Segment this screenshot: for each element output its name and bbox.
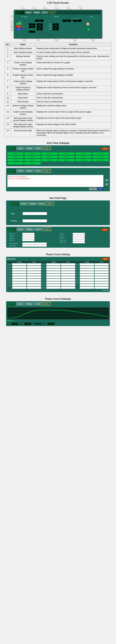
curve-left-voltage[interactable] (12, 286, 27, 289)
curve-right-voltage[interactable] (80, 286, 94, 289)
curve-left-voltage[interactable] (12, 279, 27, 281)
grid-ov-field[interactable] (22, 237, 35, 239)
curve-left-voltage[interactable] (12, 271, 27, 274)
curve-mid-voltage[interactable] (46, 281, 61, 284)
curve-right-power[interactable] (94, 268, 109, 271)
curve-right-voltage[interactable] (80, 276, 94, 279)
curve-mid-power[interactable] (61, 271, 75, 274)
settings-nav-setting[interactable]: Setting (25, 228, 34, 231)
curve-right-voltage[interactable] (80, 279, 94, 281)
curve-right-power[interactable] (94, 279, 109, 281)
settings-nav-alarm[interactable]: Alarm (43, 228, 51, 231)
curve-left-power[interactable] (27, 263, 41, 266)
factory-input[interactable] (23, 219, 47, 222)
curve-mid-power[interactable] (61, 276, 75, 279)
ip-field[interactable] (22, 244, 47, 247)
input-uv-field[interactable] (22, 235, 35, 237)
curve-left-power[interactable] (27, 268, 41, 271)
curve-left-power[interactable] (27, 281, 41, 284)
curve-right-power[interactable] (94, 281, 109, 284)
curve-mid-power[interactable] (61, 279, 75, 281)
alert-btn-15[interactable]: Alarm 3 (58, 159, 75, 161)
curve-right-power[interactable] (94, 271, 109, 274)
alarm-nav-setting[interactable]: Setting (25, 169, 33, 172)
nav-alarm-btn[interactable]: Alarm (43, 146, 51, 150)
waveform-nav-home[interactable]: Home (16, 302, 24, 306)
alert-btn-5[interactable]: Short Circuit (92, 152, 109, 155)
curve-left-power[interactable] (27, 284, 41, 286)
curve-right-voltage[interactable] (80, 274, 94, 276)
curve-mid-voltage[interactable] (46, 266, 61, 268)
curve-left-power[interactable] (27, 271, 41, 274)
curve-right-voltage[interactable] (80, 271, 94, 274)
curve-left-voltage[interactable] (12, 281, 27, 284)
start-time-field[interactable] (73, 241, 85, 244)
curve-right-voltage[interactable] (80, 266, 94, 268)
nav-curve-btn[interactable]: Curve (34, 146, 42, 150)
alert-btn-11[interactable]: Reactor OT (92, 156, 109, 158)
waveform-nav-curve[interactable]: Curve (34, 302, 42, 306)
alert-btn-18[interactable]: List 1 (7, 162, 24, 164)
waveform-nav-alarm[interactable]: Alarm (42, 302, 50, 306)
curve-mid-power[interactable] (61, 286, 75, 289)
grid-on-field[interactable] (73, 237, 85, 239)
curve-mid-voltage[interactable] (46, 268, 61, 271)
curve-left-voltage[interactable] (12, 268, 27, 271)
back-btn[interactable]: Back (98, 188, 103, 190)
settings-nav-home[interactable]: Home (17, 228, 25, 231)
curve-left-power[interactable] (27, 286, 41, 289)
curve-left-power[interactable] (27, 274, 41, 276)
input-ov-field[interactable] (22, 233, 35, 235)
alert-btn-16[interactable]: something (75, 159, 92, 161)
curve-left-voltage[interactable] (12, 284, 27, 286)
scroll-up-btn[interactable]: ▲ (105, 178, 109, 182)
curve-left-voltage[interactable] (12, 263, 27, 266)
alarm-nav-home[interactable]: Home (17, 169, 24, 172)
curve-mid-power[interactable] (61, 266, 75, 268)
curve-right-power[interactable] (94, 284, 109, 286)
alert-btn-19[interactable]: Adjust1 (24, 162, 41, 164)
curve-right-voltage[interactable] (80, 263, 94, 266)
alert-btn-13[interactable]: Alarm 1 (24, 159, 41, 161)
nav-setting-btn[interactable]: Setting (25, 146, 33, 150)
curve-mid-voltage[interactable] (46, 284, 61, 286)
set-nav-setting[interactable]: Setting (28, 202, 37, 205)
curve-mid-voltage[interactable] (46, 274, 61, 276)
grid-of-field[interactable] (73, 233, 85, 235)
user-input[interactable] (23, 212, 47, 215)
alarm-nav-curve[interactable]: Curve (34, 169, 42, 172)
alert-btn-7[interactable]: IGBT2 OT (24, 156, 41, 158)
alert-btn-2[interactable]: Output OV (41, 152, 58, 155)
alert-btn-14[interactable]: Alarm 2 (41, 159, 58, 161)
curve-mid-voltage[interactable] (46, 286, 61, 289)
curve-right-power[interactable] (94, 276, 109, 279)
curve-left-voltage[interactable] (12, 266, 27, 268)
curve-mid-power[interactable] (61, 281, 75, 284)
alert-btn-6[interactable]: IGBT1 OT (7, 156, 24, 158)
curve-right-voltage[interactable] (80, 268, 94, 271)
curve-left-power[interactable] (27, 266, 41, 268)
settings-nav-curve[interactable]: Curve (35, 228, 42, 231)
alert-btn-3[interactable]: Output UV (58, 152, 75, 155)
set-nav-home[interactable]: Home (20, 202, 28, 205)
curve-right-power[interactable] (94, 263, 109, 266)
alert-btn-8[interactable]: IGBT3 OT (41, 156, 58, 158)
curve-mid-power[interactable] (61, 263, 75, 266)
curve-left-voltage[interactable] (12, 276, 27, 279)
nav-home-btn[interactable]: Home (17, 146, 24, 150)
curve-mid-power[interactable] (61, 268, 75, 271)
curve-mid-power[interactable] (61, 274, 75, 276)
aws-field[interactable] (22, 242, 47, 244)
curve-mid-voltage[interactable] (46, 263, 61, 266)
curve-right-voltage[interactable] (80, 281, 94, 284)
set-nav-alarm[interactable]: Alarm (46, 202, 54, 205)
curve-right-power[interactable] (94, 274, 109, 276)
refresh-btn[interactable]: Refresh (89, 188, 97, 190)
curve-left-voltage[interactable] (12, 274, 27, 276)
curve-mid-voltage[interactable] (46, 279, 61, 281)
grid-ui-field[interactable] (73, 235, 85, 237)
alert-btn-1[interactable]: Input UV (24, 152, 41, 155)
save-btn-settings[interactable]: Save (101, 228, 108, 231)
alarm-nav-alarm[interactable]: Alarm (43, 169, 51, 172)
curve-mid-power[interactable] (61, 284, 75, 286)
